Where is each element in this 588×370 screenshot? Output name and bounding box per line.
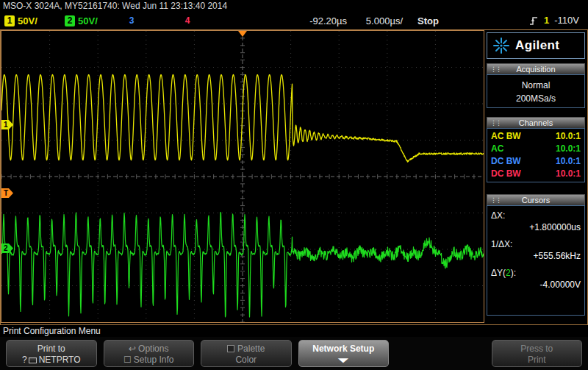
trigger-level: -110V <box>554 15 579 26</box>
softkey-bar: Print to ?NETPRTO ↩Options ☐Setup Info P… <box>0 337 588 370</box>
titlebar: MSO-X 3024A, MY52161740: Wed Jun 11 23:1… <box>0 0 588 13</box>
channel-2-scale: 50V/ <box>78 15 98 26</box>
cursor-dy-label: ΔY(2): <box>491 267 581 279</box>
cursor-dx-label: ΔX: <box>491 210 581 221</box>
channel-row-3: DC BW 10.0:1 <box>487 155 584 168</box>
softkey-network-setup[interactable]: Network Setup ▼ <box>298 340 390 367</box>
cursor-dx-value: +1.800000us <box>491 221 581 233</box>
printer-icon <box>29 357 37 363</box>
run-state-indicator: Stop <box>417 15 439 26</box>
waveform-display: 1 T 2 <box>1 30 484 323</box>
trigger-readout: 1 -110V <box>529 15 579 26</box>
channel-4-badge: 4 <box>182 15 193 26</box>
statusbar-channel-2: 2 50V/ <box>65 15 98 27</box>
trigger-time-marker <box>238 31 247 37</box>
cursor-dy-value: -4.00000V <box>491 279 581 291</box>
brand-box: Agilent <box>487 32 585 59</box>
softkey-print-to[interactable]: Print to ?NETPRTO <box>6 340 97 367</box>
cursors-header: Cursors <box>487 194 585 205</box>
trigger-source: 1 <box>544 15 549 26</box>
waveform-canvas <box>1 31 484 322</box>
grip-icon <box>490 64 501 75</box>
sample-rate: 200MSa/s <box>487 92 584 105</box>
channel-row-1: AC BW 10.0:1 <box>487 130 584 143</box>
softkey-empty <box>395 340 485 367</box>
channel-2-badge: 2 <box>65 15 75 26</box>
sidebar: Agilent Acquisition Normal 200MSa/s Chan… <box>487 32 585 324</box>
channels-panel: AC BW 10.0:1 AC 10.0:1 DC BW 10.0:1 DC B… <box>487 128 585 182</box>
statusbar-channel-3: 3 <box>126 15 140 27</box>
titlebar-text: MSO-X 3024A, MY52161740: Wed Jun 11 23:1… <box>3 1 227 11</box>
channel-1-badge: 1 <box>4 15 15 26</box>
trigger-edge-icon <box>529 15 539 26</box>
softkey-press-to-print[interactable]: Press to Print <box>492 340 583 367</box>
acquisition-header: Acquisition <box>487 63 585 74</box>
palette-icon <box>227 345 234 352</box>
cursors-panel: ΔX: +1.800000us 1/ΔX: +555.56kHz ΔY(2): … <box>487 205 585 316</box>
statusbar: 1 50V/ 2 50V/ 3 4 -92.20µs 5.000µs/ Stop… <box>0 13 588 29</box>
horizontal-delay-readout: -92.20µs <box>293 15 347 26</box>
back-arrow-icon: ↩ <box>129 344 136 354</box>
acquisition-mode: Normal <box>487 79 584 92</box>
statusbar-channel-4: 4 <box>182 15 196 27</box>
grip-icon <box>490 195 501 206</box>
statusbar-channel-1: 1 50V/ <box>4 15 37 27</box>
checkbox-icon: ☐ <box>123 355 132 365</box>
timebase-readout: 5.000µs/ <box>354 15 403 26</box>
acquisition-panel: Normal 200MSa/s <box>487 74 585 108</box>
softkey-palette[interactable]: Palette Color <box>201 340 292 367</box>
grip-icon <box>490 118 501 129</box>
cursor-inv-dx-value: +555.56kHz <box>491 250 581 262</box>
channel-3-badge: 3 <box>126 15 137 26</box>
cursor-inv-dx-label: 1/ΔX: <box>491 238 581 250</box>
brand-name: Agilent <box>515 38 559 53</box>
channel-row-2: AC 10.0:1 <box>487 143 584 155</box>
channels-header: Channels <box>487 117 585 128</box>
agilent-spark-icon <box>492 37 510 54</box>
menu-title: Print Configuration Menu <box>3 326 101 336</box>
channel-row-4: DC BW 10.0:1 <box>487 168 584 180</box>
channel-1-scale: 50V/ <box>18 15 37 26</box>
cursor-dy-channel: 2 <box>506 268 511 278</box>
down-arrow-icon: ▼ <box>334 356 352 365</box>
softkey-options[interactable]: ↩Options ☐Setup Info <box>104 340 195 367</box>
